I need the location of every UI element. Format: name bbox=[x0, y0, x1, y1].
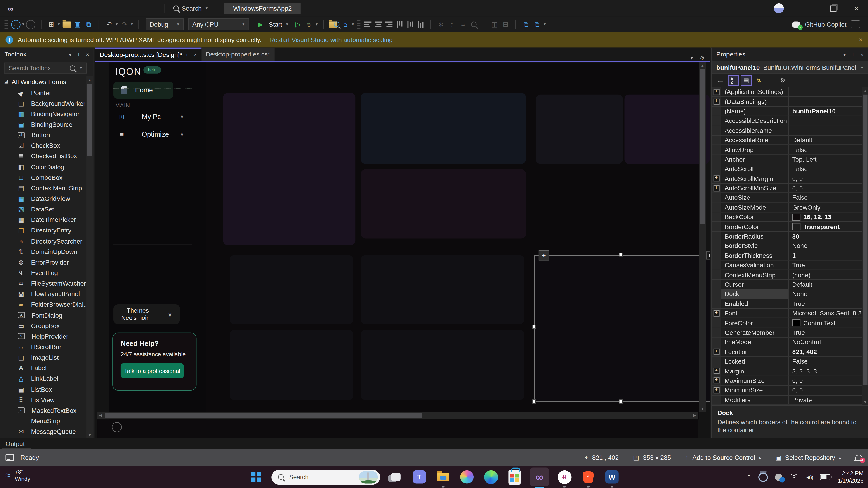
close-icon[interactable]: × bbox=[860, 51, 864, 57]
navigate-back-button[interactable]: ← bbox=[11, 19, 21, 30]
horizontal-spacing-button[interactable]: ◫ bbox=[490, 19, 500, 30]
battery-icon[interactable] bbox=[820, 474, 831, 480]
toolbox-item[interactable]: ·· MaskedTextBox bbox=[0, 405, 86, 416]
property-row[interactable]: ForeColor ControlText bbox=[712, 318, 862, 328]
chevron-down-icon[interactable]: ▾ bbox=[58, 22, 60, 27]
toolbox-item[interactable]: ⊗ ErrorProvider bbox=[0, 257, 86, 267]
size-to-grid-button[interactable] bbox=[469, 19, 479, 30]
toolbox-item[interactable]: ▤ ContextMenuStrip bbox=[0, 183, 86, 193]
solution-platforms-dropdown[interactable]: Any CPU▾ bbox=[188, 18, 249, 31]
chevron-down-icon[interactable]: ▾ bbox=[544, 22, 546, 27]
toolbox-item[interactable]: ≡ MenuStrip bbox=[0, 416, 86, 426]
design-panel[interactable] bbox=[230, 255, 353, 324]
slack-app-button[interactable]: ⌗ bbox=[556, 468, 572, 485]
toolbox-item[interactable]: ☑ CheckBox bbox=[0, 140, 86, 151]
property-row[interactable]: BorderThickness 1 bbox=[712, 251, 862, 261]
property-value[interactable]: 1 bbox=[789, 251, 862, 260]
toolbox-item[interactable]: ↔ HScrollBar bbox=[0, 341, 86, 352]
move-control-icon[interactable]: + bbox=[539, 250, 549, 261]
align-rights-button[interactable] bbox=[385, 21, 393, 28]
send-feedback-icon[interactable] bbox=[851, 21, 860, 28]
toolbox-item[interactable]: ◳ DirectoryEntry bbox=[0, 225, 86, 236]
chevron-down-icon[interactable]: ▾ bbox=[116, 22, 118, 27]
scrollbar-thumb[interactable] bbox=[105, 413, 422, 418]
file-explorer-button[interactable] bbox=[435, 468, 452, 485]
make-same-height-button[interactable]: ↕ bbox=[447, 19, 457, 30]
property-value[interactable]: Transparent bbox=[789, 222, 862, 231]
selected-object-dropdown[interactable]: bunifuPanel10 Bunifu.UI.WinForms.BunifuP… bbox=[712, 61, 868, 73]
live-preview-button[interactable]: ⌂ bbox=[340, 19, 350, 30]
property-value[interactable]: Private bbox=[789, 395, 862, 404]
toolbox-item[interactable]: ◧ ColorDialog bbox=[0, 162, 86, 172]
property-row[interactable]: Location 821, 402 bbox=[712, 347, 862, 357]
tab-options-gear-icon[interactable]: ⚙ bbox=[700, 55, 705, 61]
notifications-button[interactable]: 1 bbox=[855, 455, 863, 461]
property-value[interactable]: 0, 0 bbox=[789, 174, 862, 183]
tray-earbud-icon[interactable]: i bbox=[775, 473, 782, 481]
property-value[interactable] bbox=[789, 116, 862, 125]
toolbox-item[interactable]: A LinkLabel bbox=[0, 373, 86, 384]
word-app-button[interactable]: W bbox=[604, 468, 620, 485]
toolbox-item[interactable]: ▤ ListBox bbox=[0, 384, 86, 394]
taskbar-weather-widget[interactable]: ≈ 78°F Windy bbox=[5, 468, 30, 483]
scroll-down-icon[interactable]: ▼ bbox=[862, 398, 868, 405]
design-panel[interactable] bbox=[361, 169, 526, 238]
property-row[interactable]: Dock None bbox=[712, 289, 862, 299]
property-row[interactable]: Modifiers Private bbox=[712, 395, 862, 405]
toolbox-item[interactable]: ▩ FlowLayoutPanel bbox=[0, 289, 86, 299]
property-value[interactable]: 821, 402 bbox=[789, 347, 862, 356]
toolbox-item[interactable]: ▦ DataGridView bbox=[0, 193, 86, 204]
make-same-size-button[interactable]: ⇔ bbox=[458, 19, 468, 30]
chevron-down-icon[interactable]: ▾ bbox=[22, 22, 24, 27]
taskbar-clock[interactable]: 2:42 PM 1/19/2026 bbox=[838, 470, 864, 484]
tab-list-dropdown-icon[interactable]: ▾ bbox=[690, 55, 693, 61]
property-row[interactable]: MinimumSize 0, 0 bbox=[712, 386, 862, 395]
scroll-up-icon[interactable]: ▲ bbox=[699, 62, 706, 68]
property-row[interactable]: AllowDrop False bbox=[712, 145, 862, 155]
property-value[interactable]: False bbox=[789, 357, 862, 366]
solution-configurations-dropdown[interactable]: Debug▾ bbox=[146, 18, 184, 31]
design-nav-optimize[interactable]: ≡ Optimize ∨ bbox=[109, 129, 206, 140]
property-row[interactable]: CausesValidation True bbox=[712, 261, 862, 270]
toolbox-item[interactable]: A FontDialog bbox=[0, 310, 86, 320]
window-position-icon[interactable]: ▾ bbox=[69, 51, 71, 57]
scroll-up-icon[interactable]: ▲ bbox=[862, 88, 868, 94]
visual-studio-taskbar-button[interactable]: ∞ bbox=[530, 467, 549, 486]
property-row[interactable]: AutoSizeMode GrowOnly bbox=[712, 203, 862, 213]
pin-icon[interactable]: ⌶ bbox=[851, 51, 855, 57]
property-value[interactable]: Default bbox=[789, 280, 862, 289]
expand-icon[interactable] bbox=[713, 175, 719, 182]
align-tops-button[interactable] bbox=[396, 21, 403, 28]
toolbox-search-box[interactable]: ▾ bbox=[4, 63, 87, 74]
property-value[interactable]: ControlText bbox=[789, 318, 862, 327]
toolbox-item[interactable]: ⠿ ListView bbox=[0, 394, 86, 405]
vertical-spacing-button[interactable]: ⊟ bbox=[501, 19, 510, 30]
property-row[interactable]: Locked False bbox=[712, 357, 862, 366]
property-value[interactable]: False bbox=[789, 164, 862, 173]
scroll-left-icon[interactable]: ◀ bbox=[97, 412, 104, 419]
search-menu-button[interactable]: Search ▾ bbox=[169, 5, 213, 11]
brave-browser-button[interactable]: ^ bbox=[580, 468, 596, 485]
property-row[interactable]: (DataBindings) bbox=[712, 97, 862, 107]
chevron-down-icon[interactable]: ▾ bbox=[352, 22, 354, 27]
teams-app-button[interactable]: T bbox=[411, 468, 428, 485]
chevron-down-icon[interactable]: ▾ bbox=[131, 22, 133, 27]
design-panel[interactable] bbox=[361, 255, 524, 324]
designer-canvas[interactable]: IQON beta Home MAIN ⊞ My Pc ∨ ≡ bbox=[95, 62, 710, 438]
chevron-down-icon[interactable]: ▾ bbox=[80, 66, 82, 70]
selection-handle-bottom-mid[interactable] bbox=[619, 399, 623, 403]
toolbox-item[interactable]: ▶ Pointer bbox=[0, 88, 86, 98]
property-value[interactable] bbox=[789, 97, 862, 106]
property-row[interactable]: AutoScroll False bbox=[712, 164, 862, 174]
property-row[interactable]: MaximumSize 0, 0 bbox=[712, 376, 862, 386]
window-position-icon[interactable]: ▾ bbox=[843, 51, 846, 57]
toolbox-item[interactable]: ✉ MessageQueue bbox=[0, 426, 86, 437]
copilot-app-button[interactable] bbox=[459, 468, 475, 485]
toolbox-item[interactable]: ⊟ ComboBox bbox=[0, 172, 86, 183]
scrollbar-thumb[interactable] bbox=[863, 95, 868, 385]
scroll-down-icon[interactable]: ▼ bbox=[699, 405, 706, 412]
selection-handle-bottom-left[interactable] bbox=[532, 399, 536, 403]
property-row[interactable]: GenerateMember True bbox=[712, 328, 862, 338]
property-row[interactable]: Font Microsoft Sans Serif, 8.25 bbox=[712, 308, 862, 318]
smart-tag-button[interactable]: ▶ bbox=[706, 251, 710, 260]
